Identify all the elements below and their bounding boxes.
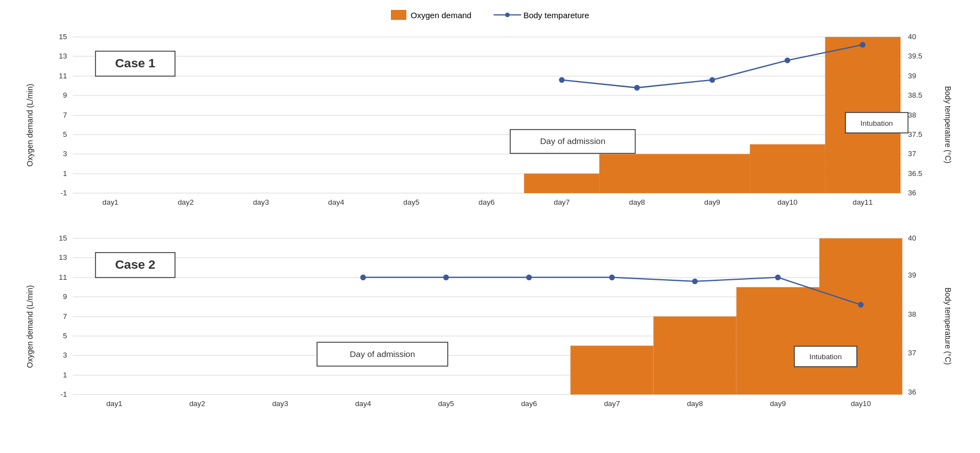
svg-point-1 xyxy=(505,13,510,17)
chart1-temp-dot-10 xyxy=(785,57,790,63)
chart2-bar-day9 xyxy=(736,287,819,395)
svg-text:day2: day2 xyxy=(177,198,193,206)
charts-wrapper: Oxygen demand (L/min) xyxy=(21,24,960,427)
svg-text:5: 5 xyxy=(63,332,67,340)
svg-text:day1: day1 xyxy=(102,198,118,206)
svg-text:37: 37 xyxy=(908,150,916,158)
chart1-temp-dot-11 xyxy=(860,42,865,47)
svg-text:15: 15 xyxy=(59,33,67,41)
chart1-bar-day10 xyxy=(750,144,825,193)
svg-text:39: 39 xyxy=(908,271,916,279)
chart2-temp-dot-9 xyxy=(775,275,780,280)
svg-text:day8: day8 xyxy=(687,399,703,408)
svg-text:39: 39 xyxy=(908,72,916,80)
chart2-svg: 15 13 11 9 7 5 3 1 -1 40 39 38 37 36 xyxy=(39,226,936,427)
svg-text:day5: day5 xyxy=(403,198,419,206)
svg-text:day6: day6 xyxy=(521,399,537,408)
svg-text:9: 9 xyxy=(63,292,67,301)
chart1-bar-day8 xyxy=(599,154,675,193)
chart2-temp-dot-6 xyxy=(526,275,531,280)
chart2-bar-day7 xyxy=(570,345,653,395)
svg-text:13: 13 xyxy=(59,253,67,262)
svg-text:day1: day1 xyxy=(106,399,122,408)
svg-text:11: 11 xyxy=(59,273,67,281)
svg-text:15: 15 xyxy=(59,234,67,242)
svg-text:3: 3 xyxy=(63,150,67,158)
svg-text:-1: -1 xyxy=(60,390,67,398)
chart2-y-left-label: Oxygen demand (L/min) xyxy=(21,226,39,427)
svg-text:7: 7 xyxy=(63,312,67,321)
chart2-temp-dot-4 xyxy=(360,275,365,280)
chart1-bar-day7 xyxy=(524,174,600,193)
svg-text:3: 3 xyxy=(63,351,67,359)
svg-text:13: 13 xyxy=(59,52,67,60)
svg-text:38.5: 38.5 xyxy=(908,91,922,99)
chart1-title: Case 1 xyxy=(115,56,155,70)
chart2-temp-dot-8 xyxy=(692,279,697,284)
chart2-bar-day8 xyxy=(653,316,736,395)
chart1-svg: 15 13 11 9 7 5 3 1 -1 40 39.5 39 38.5 38 xyxy=(39,24,936,226)
svg-text:38: 38 xyxy=(908,111,916,119)
svg-text:day8: day8 xyxy=(629,198,645,206)
chart2-bar-day10 xyxy=(819,238,902,395)
legend: Oxygen demand Body tempareture xyxy=(391,10,589,20)
svg-text:day10: day10 xyxy=(850,399,870,408)
svg-text:40: 40 xyxy=(908,33,916,41)
svg-text:day10: day10 xyxy=(777,198,797,206)
chart1-area: 15 13 11 9 7 5 3 1 -1 40 39.5 39 38.5 38 xyxy=(39,24,936,226)
chart1-bar-day9 xyxy=(674,154,750,193)
chart2-temp-dot-7 xyxy=(609,275,615,280)
svg-text:1: 1 xyxy=(63,371,67,379)
legend-temp-label: Body tempareture xyxy=(523,10,589,20)
chart2-row: Oxygen demand (L/min) xyxy=(21,226,960,427)
legend-temp: Body tempareture xyxy=(494,10,589,20)
chart1-intubation-label: Intubation xyxy=(860,119,893,127)
svg-text:day7: day7 xyxy=(603,399,619,408)
svg-text:day11: day11 xyxy=(852,198,872,206)
chart1-temp-dot-7 xyxy=(559,77,564,83)
svg-text:day6: day6 xyxy=(478,198,494,206)
svg-text:36.5: 36.5 xyxy=(908,169,922,178)
chart1-y-left-label: Oxygen demand (L/min) xyxy=(21,24,39,226)
chart1-admission-label: Day of admission xyxy=(540,136,605,146)
svg-text:1: 1 xyxy=(63,169,67,178)
svg-text:37.5: 37.5 xyxy=(908,130,922,138)
legend-oxygen-label: Oxygen demand xyxy=(411,10,472,20)
chart1-temp-dot-9 xyxy=(709,77,714,83)
svg-text:-1: -1 xyxy=(60,189,67,197)
main-container: Oxygen demand Body tempareture Oxygen de… xyxy=(0,0,980,453)
svg-text:9: 9 xyxy=(63,91,67,99)
chart2-intubation-label: Intubation xyxy=(809,353,841,361)
svg-text:day9: day9 xyxy=(770,399,786,408)
chart2-y-right-label: Body temperature (°C) xyxy=(936,226,960,427)
svg-text:day3: day3 xyxy=(253,198,269,206)
chart1-temp-dot-8 xyxy=(634,85,639,90)
svg-text:day4: day4 xyxy=(355,399,372,408)
chart1-y-right-label: Body temperature (°C) xyxy=(936,24,960,226)
svg-text:day7: day7 xyxy=(554,198,570,206)
chart2-admission-label: Day of admission xyxy=(349,349,415,359)
svg-text:36: 36 xyxy=(908,189,916,197)
svg-text:39.5: 39.5 xyxy=(908,52,922,60)
svg-text:day2: day2 xyxy=(189,399,205,408)
legend-oxygen-rect xyxy=(391,10,406,20)
chart2-area: 15 13 11 9 7 5 3 1 -1 40 39 38 37 36 xyxy=(39,226,936,427)
chart1-row: Oxygen demand (L/min) xyxy=(21,24,960,226)
svg-text:day9: day9 xyxy=(704,198,720,206)
legend-temp-line xyxy=(494,10,521,20)
legend-oxygen: Oxygen demand xyxy=(391,10,472,20)
chart2-temp-dot-5 xyxy=(443,275,448,280)
chart2-title: Case 2 xyxy=(115,258,155,271)
svg-text:37: 37 xyxy=(908,349,916,357)
svg-text:7: 7 xyxy=(63,111,67,119)
svg-text:day3: day3 xyxy=(272,399,288,408)
svg-text:40: 40 xyxy=(908,234,916,242)
svg-text:day4: day4 xyxy=(328,198,345,206)
svg-text:5: 5 xyxy=(63,130,67,138)
svg-text:38: 38 xyxy=(908,310,916,318)
svg-text:day5: day5 xyxy=(438,399,454,408)
svg-text:11: 11 xyxy=(59,72,67,80)
chart2-temp-dot-10 xyxy=(857,302,863,307)
svg-text:36: 36 xyxy=(908,388,916,396)
